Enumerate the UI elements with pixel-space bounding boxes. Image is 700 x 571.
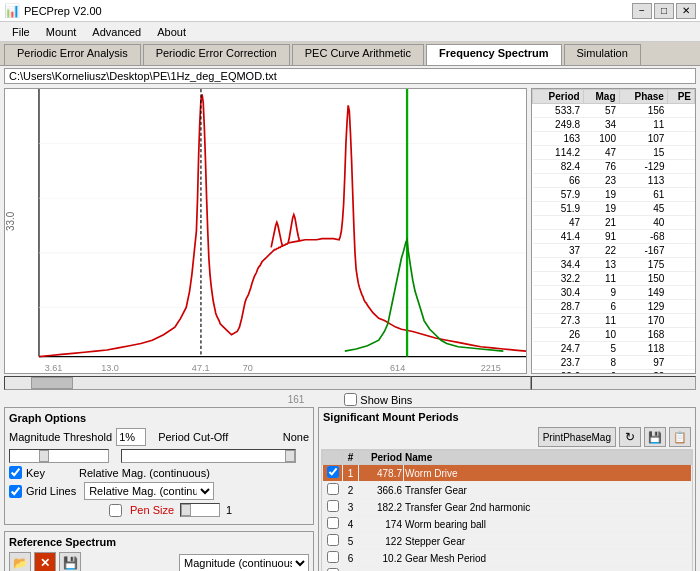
tab-simulation[interactable]: Simulation: [564, 44, 641, 65]
mount-period-row: 5122Stepper Gear: [323, 533, 692, 550]
svg-rect-0: [5, 89, 526, 373]
show-bins-checkbox[interactable]: [344, 393, 357, 406]
app-icon: 📊: [4, 3, 20, 18]
svg-text:614: 614: [390, 363, 405, 373]
ref-save-button[interactable]: 💾: [59, 552, 81, 571]
svg-text:2215: 2215: [481, 363, 501, 373]
minimize-button[interactable]: −: [632, 3, 652, 19]
mount-period-row: 3182.2Transfer Gear 2nd harmonic: [323, 499, 692, 516]
frequency-data-table: Period Mag Phase PE 533.757156249.834111…: [531, 88, 696, 374]
svg-text:33.0: 33.0: [5, 211, 16, 231]
graph-options-panel: Graph Options Magnitude Threshold Period…: [4, 407, 314, 525]
mag-threshold-row: Magnitude Threshold Period Cut-Off None: [9, 428, 309, 446]
key-label: Key: [26, 467, 45, 479]
menu-file[interactable]: File: [4, 24, 38, 39]
period-cutoff-slider[interactable]: [121, 449, 296, 463]
table-row: 114.24715: [533, 146, 695, 160]
ref-clear-button[interactable]: ✕: [34, 552, 56, 571]
table-row: 24.75118: [533, 342, 695, 356]
svg-text:70: 70: [243, 363, 253, 373]
save-mount-button[interactable]: 💾: [644, 427, 666, 447]
menu-about[interactable]: About: [149, 24, 194, 39]
mount-period-row: 7239.4Worm 2nd harmonic: [323, 567, 692, 572]
title-bar: 📊 PECPrep V2.00 − □ ✕: [0, 0, 700, 22]
mount-period-row: 4174Worm bearing ball: [323, 516, 692, 533]
rel-mag-checkbox[interactable]: [109, 504, 122, 517]
gridlines-checkbox[interactable]: [9, 485, 22, 498]
tab-periodic-error-correction[interactable]: Periodic Error Correction: [143, 44, 290, 65]
pen-size-slider-1[interactable]: [180, 503, 220, 517]
table-row: 2610168: [533, 328, 695, 342]
period-cutoff-value: None: [283, 431, 309, 443]
ref-spectrum-panel: Reference Spectrum 📂 ✕ 💾 Magnitude (cont…: [4, 531, 314, 571]
table-row: 82.476-129: [533, 160, 695, 174]
gridlines-label: Grid Lines: [26, 485, 76, 497]
chart-area: 33.0 3.61 13.0 47.1 70 614 2215: [4, 88, 527, 374]
table-scrollbar[interactable]: [531, 376, 696, 390]
rel-mag-select-label: Relative Mag. (continuous): [79, 467, 210, 479]
ref-open-button[interactable]: 📂: [9, 552, 31, 571]
col-phase: Phase: [619, 90, 667, 104]
svg-text:13.0: 13.0: [101, 363, 119, 373]
mount-periods-title: Significant Mount Periods: [319, 408, 695, 426]
mount-period-checkbox[interactable]: [327, 551, 339, 563]
mount-period-checkbox[interactable]: [327, 466, 339, 478]
col-pe: PE: [667, 90, 694, 104]
table-row: 28.76129: [533, 300, 695, 314]
table-row: 472140: [533, 216, 695, 230]
mount-period-checkbox[interactable]: [327, 517, 339, 529]
key-gridlines-row: Key Relative Mag. (continuous): [9, 466, 309, 479]
frequency-spectrum-chart: 33.0 3.61 13.0 47.1 70 614 2215: [5, 89, 526, 373]
mag-threshold-slider[interactable]: [9, 449, 109, 463]
export-mount-button[interactable]: 📋: [669, 427, 691, 447]
mount-period-row: 2366.6Transfer Gear: [323, 482, 692, 499]
mount-period-checkbox[interactable]: [327, 500, 339, 512]
tab-bar: Periodic Error Analysis Periodic Error C…: [0, 42, 700, 66]
ref-spectrum-title: Reference Spectrum: [9, 536, 309, 548]
maximize-button[interactable]: □: [654, 3, 674, 19]
pen-size-row-1: Pen Size 1: [109, 503, 309, 517]
key-checkbox[interactable]: [9, 466, 22, 479]
mag-threshold-slider-row: [9, 449, 309, 463]
tab-periodic-error-analysis[interactable]: Periodic Error Analysis: [4, 44, 141, 65]
refresh-button[interactable]: ↻: [619, 427, 641, 447]
mag-continuous-select[interactable]: Magnitude (continuous): [179, 554, 309, 571]
mount-period-checkbox[interactable]: [327, 534, 339, 546]
mount-period-checkbox[interactable]: [327, 483, 339, 495]
menu-mount[interactable]: Mount: [38, 24, 85, 39]
mag-threshold-input[interactable]: [116, 428, 146, 446]
print-buttons-row: PrintPhaseMag ↻ 💾 📋: [319, 426, 695, 449]
table-row: 41.491-68: [533, 230, 695, 244]
chart-hscrollbar[interactable]: [4, 376, 531, 390]
table-row: 3722-167: [533, 244, 695, 258]
table-row: 23.7897: [533, 356, 695, 370]
table-row: 249.83411: [533, 118, 695, 132]
menu-bar: File Mount Advanced About: [0, 22, 700, 42]
pen-size-label-1: Pen Size: [130, 504, 174, 516]
table-row: 34.413175: [533, 258, 695, 272]
show-bins-label[interactable]: Show Bins: [344, 393, 412, 406]
svg-text:47.1: 47.1: [192, 363, 210, 373]
table-row: 32.211150: [533, 272, 695, 286]
print-phase-mag-button[interactable]: PrintPhaseMag: [538, 427, 616, 447]
bottom-panels: Graph Options Magnitude Threshold Period…: [0, 407, 700, 571]
tab-frequency-spectrum[interactable]: Frequency Spectrum: [426, 44, 561, 65]
mag-threshold-label: Magnitude Threshold: [9, 431, 112, 443]
table-row: 533.757156: [533, 104, 695, 118]
period-cutoff-label: Period Cut-Off: [158, 431, 228, 443]
rel-mag-select[interactable]: Relative Mag. (continuous): [84, 482, 214, 500]
mount-periods-table-container: # Period Name 1478.7Worm Drive2366.6Tran…: [321, 449, 693, 571]
graph-options-title: Graph Options: [9, 412, 309, 424]
bin-label: 161: [288, 394, 305, 405]
mount-period-row: 1478.7Worm Drive: [323, 465, 692, 482]
table-row: 51.91945: [533, 202, 695, 216]
main-content: 33.0 3.61 13.0 47.1 70 614 2215: [0, 86, 700, 376]
menu-advanced[interactable]: Advanced: [84, 24, 149, 39]
table-row: 6623113: [533, 174, 695, 188]
gridlines-relm-row: Grid Lines Relative Mag. (continuous): [9, 482, 309, 500]
tab-pec-curve-arithmetic[interactable]: PEC Curve Arithmetic: [292, 44, 424, 65]
table-row: 22.6632: [533, 370, 695, 375]
table-row: 30.49149: [533, 286, 695, 300]
close-button[interactable]: ✕: [676, 3, 696, 19]
table-row: 57.91961: [533, 188, 695, 202]
